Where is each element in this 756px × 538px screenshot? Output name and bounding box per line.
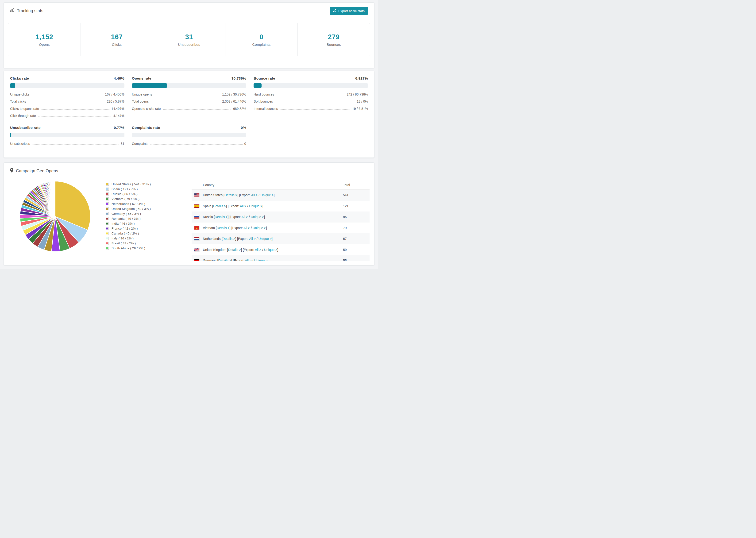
export-basic-stats-button[interactable]: Export basic stats (330, 7, 368, 15)
legend-label: Italy ( 36 / 2% ) (112, 237, 134, 240)
details-link[interactable]: Details > (218, 259, 231, 261)
geo-row-total: 86 (343, 215, 369, 219)
slash: / (246, 204, 249, 208)
rate-stat-value: 2,303 / 61.446% (222, 99, 246, 103)
tracking-stats-page: Tracking stats Export basic stats 1,152O… (0, 0, 378, 269)
legend-swatch (106, 247, 109, 250)
legend-swatch (106, 197, 109, 200)
bracket: ] [Export: (228, 215, 242, 219)
details-link[interactable]: Details > (228, 248, 241, 252)
slash: / (251, 259, 254, 261)
legend-item-netherlands[interactable]: Netherlands ( 67 / 4% ) (106, 201, 151, 206)
legend-item-united-states[interactable]: United States ( 541 / 31% ) (106, 182, 151, 187)
rate-stat-label: Click through rate (10, 114, 36, 118)
rate-stat-label: Total opens (132, 99, 149, 103)
legend-swatch (106, 227, 109, 230)
rate-stat-label: Unique clicks (10, 92, 29, 96)
export-unique-link[interactable]: Unique > (253, 226, 266, 230)
pie-chart-svg (19, 180, 92, 253)
geo-row-country-cell: Vietnam [Details >] [Export: All > / Uni… (191, 226, 343, 230)
stat-label: Complaints (252, 42, 270, 46)
country-name: Netherlands (203, 237, 221, 241)
rate-progress-fill (132, 83, 167, 88)
export-all-link[interactable]: All > (243, 226, 250, 230)
legend-swatch (106, 183, 109, 186)
slash: / (248, 215, 251, 219)
geo-row-total: 59 (343, 248, 369, 252)
legend-label: Spain ( 121 / 7% ) (112, 187, 138, 191)
bracket: ] [Export: (237, 193, 251, 197)
map-pin-icon (10, 168, 13, 174)
bracket: ] [Export: (230, 226, 243, 230)
tracking-stats-header: Tracking stats Export basic stats (4, 3, 374, 19)
rate-stat-label: Opens to clicks rate (132, 107, 161, 111)
export-all-link[interactable]: All > (255, 248, 261, 252)
rate-stat-value: 14.497% (111, 107, 124, 111)
rate-head: Complaints rate0% (132, 126, 246, 130)
legend-item-brazil[interactable]: Brazil ( 33 / 2% ) (106, 241, 151, 246)
legend-item-romania[interactable]: Romania ( 49 / 3% ) (106, 216, 151, 221)
export-all-link[interactable]: All > (240, 204, 246, 208)
legend-item-vietnam[interactable]: Vietnam ( 79 / 5% ) (106, 196, 151, 201)
legend-item-spain[interactable]: Spain ( 121 / 7% ) (106, 187, 151, 191)
export-all-link[interactable]: All > (251, 193, 258, 197)
rate-stat-value: 18 / 0% (357, 99, 368, 103)
bracket: ] [Export: (235, 237, 249, 241)
export-unique-link[interactable]: Unique > (249, 204, 262, 208)
legend-item-italy[interactable]: Italy ( 36 / 2% ) (106, 236, 151, 241)
rate-stat-value: 1,152 / 30.736% (222, 92, 246, 96)
rate-stat-value: 19 / 6.81% (352, 107, 368, 111)
country-name: Vietnam (203, 226, 216, 230)
legend-swatch (106, 222, 109, 225)
stat-value: 167 (111, 33, 123, 41)
details-link[interactable]: Details > (215, 215, 228, 219)
details-link[interactable]: Details > (217, 226, 230, 230)
details-link[interactable]: Details > (222, 237, 235, 241)
export-all-link[interactable]: All > (245, 259, 251, 261)
rate-stat-label: Total clicks (10, 99, 26, 103)
details-link[interactable]: Details > (213, 204, 226, 208)
rate-rows: Unique clicks167 / 4.456%Total clicks220… (10, 91, 125, 120)
rate-head: Bounce rate6.927% (253, 76, 368, 81)
geo-row-total: 541 (343, 193, 369, 197)
export-unique-link[interactable]: Unique > (260, 193, 274, 197)
legend-item-germany[interactable]: Germany ( 55 / 3% ) (106, 211, 151, 216)
rate-stat-row: Soft bounces18 / 0% (253, 98, 368, 105)
export-unique-link[interactable]: Unique > (258, 237, 272, 241)
legend-item-france[interactable]: France ( 42 / 2% ) (106, 226, 151, 231)
export-all-link[interactable]: All > (242, 215, 248, 219)
export-unique-link[interactable]: Unique > (251, 215, 264, 219)
legend-swatch (106, 217, 109, 220)
geo-table-row-spain: Spain [Details >] [Export: All > / Uniqu… (191, 201, 369, 212)
rate-stat-row: Unique opens1,152 / 30.736% (132, 91, 246, 98)
geo-row-country-cell: Germany [Details >] [Export: All > / Uni… (191, 259, 343, 261)
rate-block-opens-rate: Opens rate30.736%Unique opens1,152 / 30.… (132, 76, 246, 120)
legend-item-south-africa[interactable]: South Africa ( 29 / 2% ) (106, 246, 151, 251)
export-unique-link[interactable]: Unique > (264, 248, 277, 252)
legend-item-russia[interactable]: Russia ( 86 / 5% ) (106, 191, 151, 196)
export-all-link[interactable]: All > (249, 237, 256, 241)
legend-swatch (106, 242, 109, 245)
geo-table-row-united-states: United States [Details >] [Export: All >… (191, 190, 369, 201)
geo-country-table: Country Total United States [Details >] … (191, 181, 369, 261)
legend-item-india[interactable]: India ( 46 / 3% ) (106, 221, 151, 226)
tracking-stats-title: Tracking stats (10, 8, 43, 13)
legend-swatch (106, 207, 109, 210)
geo-title: Campaign Geo Opens (10, 168, 58, 174)
bar-chart-icon (10, 8, 14, 13)
geo-row-country-cell: Russia [Details >] [Export: All > / Uniq… (191, 215, 343, 219)
rate-title: Unsubscribe rate (10, 126, 41, 130)
stat-value: 31 (185, 33, 193, 41)
export-unique-link[interactable]: Unique > (254, 259, 267, 261)
legend-item-united-kingdom[interactable]: United Kingdom ( 59 / 3% ) (106, 206, 151, 211)
dotted-leader (38, 116, 111, 117)
rate-stat-row: Opens to clicks rate689.82% (132, 105, 246, 112)
de-flag-icon (194, 259, 199, 261)
pie-slice-other[interactable] (55, 181, 55, 216)
rate-stat-label: Clicks to opens rate (10, 107, 39, 111)
details-link[interactable]: Details > (225, 193, 237, 197)
rate-stat-label: Soft bounces (253, 99, 273, 103)
legend-item-canada[interactable]: Canada ( 40 / 2% ) (106, 231, 151, 236)
rate-rows: Complaints0 (132, 140, 246, 147)
rate-block-bounce-rate: Bounce rate6.927%Hard bounces242 / 86.73… (253, 76, 368, 120)
